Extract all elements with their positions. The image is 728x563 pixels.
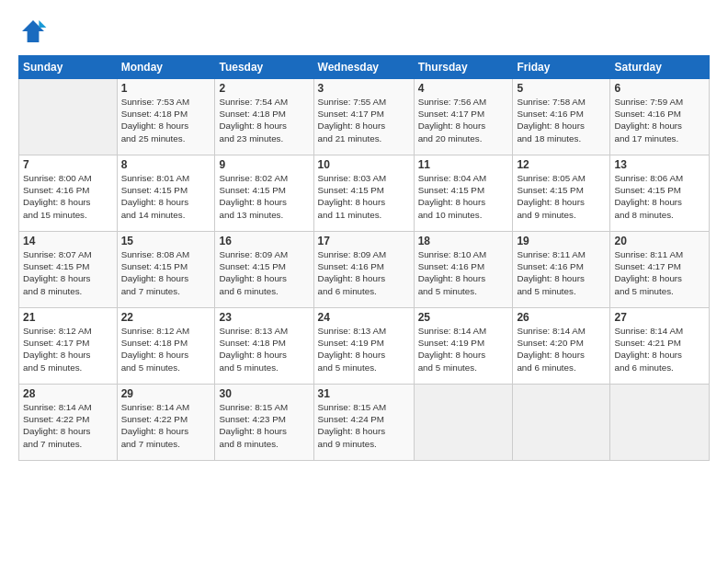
day-number: 31 [318,387,410,400]
weekday-header: Wednesday [313,56,414,79]
day-info: Sunrise: 8:15 AM Sunset: 4:23 PM Dayligh… [219,401,309,450]
day-number: 27 [614,311,705,324]
calendar-cell: 29Sunrise: 8:14 AM Sunset: 4:22 PM Dayli… [117,385,215,461]
logo-icon [18,17,48,46]
calendar-cell: 18Sunrise: 8:10 AM Sunset: 4:16 PM Dayli… [414,232,513,308]
day-number: 3 [318,82,410,95]
day-number: 5 [517,82,606,95]
page: SundayMondayTuesdayWednesdayThursdayFrid… [0,0,728,563]
day-number: 9 [219,158,309,171]
day-number: 13 [614,158,705,171]
weekday-header: Thursday [414,56,513,79]
day-info: Sunrise: 8:06 AM Sunset: 4:15 PM Dayligh… [614,172,705,221]
weekday-header: Friday [513,56,610,79]
calendar-cell: 26Sunrise: 8:14 AM Sunset: 4:20 PM Dayli… [513,308,610,385]
calendar-cell: 8Sunrise: 8:01 AM Sunset: 4:15 PM Daylig… [117,155,215,232]
calendar-cell: 19Sunrise: 8:11 AM Sunset: 4:16 PM Dayli… [513,232,610,308]
day-info: Sunrise: 8:09 AM Sunset: 4:16 PM Dayligh… [318,248,410,297]
day-info: Sunrise: 7:59 AM Sunset: 4:16 PM Dayligh… [614,96,705,144]
calendar-cell: 7Sunrise: 8:00 AM Sunset: 4:16 PM Daylig… [19,155,118,232]
day-number: 2 [219,82,309,95]
day-info: Sunrise: 8:11 AM Sunset: 4:16 PM Dayligh… [517,248,606,297]
day-number: 28 [23,387,113,400]
day-number: 16 [219,235,309,247]
calendar-cell: 1Sunrise: 7:53 AM Sunset: 4:18 PM Daylig… [117,79,215,155]
day-number: 15 [121,235,211,247]
day-info: Sunrise: 8:00 AM Sunset: 4:16 PM Dayligh… [23,172,113,221]
day-info: Sunrise: 7:58 AM Sunset: 4:16 PM Dayligh… [517,96,606,144]
calendar-week-row: 21Sunrise: 8:12 AM Sunset: 4:17 PM Dayli… [19,308,710,385]
calendar-cell: 28Sunrise: 8:14 AM Sunset: 4:22 PM Dayli… [19,385,118,461]
calendar-cell: 27Sunrise: 8:14 AM Sunset: 4:21 PM Dayli… [610,308,710,385]
calendar-cell: 12Sunrise: 8:05 AM Sunset: 4:15 PM Dayli… [513,155,610,232]
header [18,17,710,46]
calendar-cell: 3Sunrise: 7:55 AM Sunset: 4:17 PM Daylig… [313,79,414,155]
day-info: Sunrise: 8:12 AM Sunset: 4:18 PM Dayligh… [121,325,211,373]
logo [18,17,51,46]
day-number: 24 [318,311,410,324]
day-number: 26 [517,311,606,324]
weekday-header: Saturday [610,56,710,79]
calendar-week-row: 7Sunrise: 8:00 AM Sunset: 4:16 PM Daylig… [19,155,710,232]
day-info: Sunrise: 8:14 AM Sunset: 4:22 PM Dayligh… [121,401,211,450]
calendar-cell: 2Sunrise: 7:54 AM Sunset: 4:18 PM Daylig… [215,79,313,155]
calendar-cell: 14Sunrise: 8:07 AM Sunset: 4:15 PM Dayli… [19,232,118,308]
weekday-header: Monday [117,56,215,79]
day-info: Sunrise: 8:09 AM Sunset: 4:15 PM Dayligh… [219,248,309,297]
weekday-header: Tuesday [215,56,313,79]
calendar-cell: 21Sunrise: 8:12 AM Sunset: 4:17 PM Dayli… [19,308,118,385]
svg-marker-1 [39,20,46,28]
day-number: 20 [614,235,705,247]
calendar-cell [414,385,513,461]
day-info: Sunrise: 8:03 AM Sunset: 4:15 PM Dayligh… [318,172,410,221]
day-info: Sunrise: 8:14 AM Sunset: 4:19 PM Dayligh… [418,325,509,373]
calendar-cell: 10Sunrise: 8:03 AM Sunset: 4:15 PM Dayli… [313,155,414,232]
day-info: Sunrise: 7:55 AM Sunset: 4:17 PM Dayligh… [318,96,410,144]
day-info: Sunrise: 8:10 AM Sunset: 4:16 PM Dayligh… [418,248,509,297]
day-number: 29 [121,387,211,400]
day-number: 23 [219,311,309,324]
day-info: Sunrise: 7:54 AM Sunset: 4:18 PM Dayligh… [219,96,309,144]
weekday-header: Sunday [19,56,118,79]
day-info: Sunrise: 8:15 AM Sunset: 4:24 PM Dayligh… [318,401,410,450]
day-info: Sunrise: 8:08 AM Sunset: 4:15 PM Dayligh… [121,248,211,297]
calendar-cell: 30Sunrise: 8:15 AM Sunset: 4:23 PM Dayli… [215,385,313,461]
day-info: Sunrise: 8:04 AM Sunset: 4:15 PM Dayligh… [418,172,509,221]
calendar-cell [610,385,710,461]
calendar-week-row: 1Sunrise: 7:53 AM Sunset: 4:18 PM Daylig… [19,79,710,155]
calendar-table: SundayMondayTuesdayWednesdayThursdayFrid… [18,55,710,461]
day-number: 7 [23,158,113,171]
calendar-cell: 23Sunrise: 8:13 AM Sunset: 4:18 PM Dayli… [215,308,313,385]
calendar-week-row: 28Sunrise: 8:14 AM Sunset: 4:22 PM Dayli… [19,385,710,461]
day-number: 25 [418,311,509,324]
day-number: 6 [614,82,705,95]
calendar-cell: 13Sunrise: 8:06 AM Sunset: 4:15 PM Dayli… [610,155,710,232]
day-number: 17 [318,235,410,247]
day-number: 18 [418,235,509,247]
calendar-week-row: 14Sunrise: 8:07 AM Sunset: 4:15 PM Dayli… [19,232,710,308]
calendar-cell: 4Sunrise: 7:56 AM Sunset: 4:17 PM Daylig… [414,79,513,155]
day-info: Sunrise: 7:56 AM Sunset: 4:17 PM Dayligh… [418,96,509,144]
calendar-cell: 9Sunrise: 8:02 AM Sunset: 4:15 PM Daylig… [215,155,313,232]
day-info: Sunrise: 7:53 AM Sunset: 4:18 PM Dayligh… [121,96,211,144]
day-number: 14 [23,235,113,247]
day-number: 4 [418,82,509,95]
day-number: 22 [121,311,211,324]
day-number: 12 [517,158,606,171]
calendar-cell: 31Sunrise: 8:15 AM Sunset: 4:24 PM Dayli… [313,385,414,461]
calendar-cell: 24Sunrise: 8:13 AM Sunset: 4:19 PM Dayli… [313,308,414,385]
day-info: Sunrise: 8:14 AM Sunset: 4:20 PM Dayligh… [517,325,606,373]
day-info: Sunrise: 8:13 AM Sunset: 4:19 PM Dayligh… [318,325,410,373]
day-number: 8 [121,158,211,171]
day-info: Sunrise: 8:11 AM Sunset: 4:17 PM Dayligh… [614,248,705,297]
day-info: Sunrise: 8:01 AM Sunset: 4:15 PM Dayligh… [121,172,211,221]
calendar-cell [19,79,118,155]
calendar-cell: 15Sunrise: 8:08 AM Sunset: 4:15 PM Dayli… [117,232,215,308]
day-number: 1 [121,82,211,95]
calendar-cell [513,385,610,461]
day-info: Sunrise: 8:07 AM Sunset: 4:15 PM Dayligh… [23,248,113,297]
day-number: 21 [23,311,113,324]
day-number: 10 [318,158,410,171]
calendar-cell: 25Sunrise: 8:14 AM Sunset: 4:19 PM Dayli… [414,308,513,385]
calendar-cell: 20Sunrise: 8:11 AM Sunset: 4:17 PM Dayli… [610,232,710,308]
